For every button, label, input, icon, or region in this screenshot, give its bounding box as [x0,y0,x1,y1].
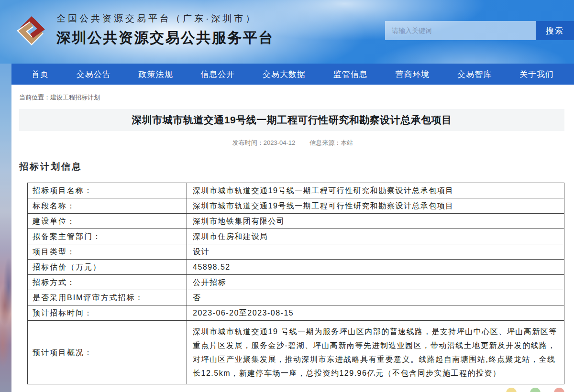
breadcrumb: 当前位置：建设工程招标计划 [11,85,574,109]
row-label: 预计项目概况： [28,321,187,384]
row-label: 招标方式： [28,275,187,290]
nav-item[interactable]: 监管信息 [333,69,368,80]
article-meta: 发布时间：2023-04-12 信息来源：本站 [11,139,574,147]
info-source: 信息来源：本站 [309,139,353,147]
table-row: 是否采用BIM评审方式招标： 否 [28,290,564,305]
row-value: 否 [187,290,564,305]
publish-time: 发布时间：2023-04-12 [232,139,296,147]
row-label: 建设单位： [28,214,187,229]
share-icon-yellow[interactable] [506,388,517,392]
breadcrumb-current[interactable]: 建设工程招标计划 [50,94,100,101]
nav-item[interactable]: 交易公告 [77,69,111,80]
nav-item[interactable]: 关于我们 [519,69,554,80]
table-row: 招标项目名称： 深圳市城市轨道交通19号线一期工程可行性研究和勘察设计总承包项目 [28,183,564,198]
tender-plan-table: 招标项目名称： 深圳市城市轨道交通19号线一期工程可行性研究和勘察设计总承包项目… [27,183,564,384]
brand-text: 全国公共资源交易平台（广东·深圳市） 深圳公共资源交易公共服务平台 [56,12,274,48]
nav-item[interactable]: 政策法规 [139,69,173,80]
row-label: 招标项目名称： [28,183,187,198]
search-bar: 搜索 [385,21,574,40]
table-row: 招标估价（万元） 45898.52 [28,260,564,275]
article-title: 深圳市城市轨道交通19号线一期工程可行性研究和勘察设计总承包项目 [24,113,560,127]
row-value: 45898.52 [187,260,564,275]
row-value: 深圳市城市轨道交通19号线一期工程可行性研究和勘察设计总承包项目 [187,198,564,214]
main-nav: 首页 交易公告 政策法规 信息公开 交易大数据 监管信息 营商环境 交易智库 关… [11,64,574,85]
page: { "header": { "super_title": "全国公共资源交易平台… [0,0,574,392]
row-label: 标段名称： [28,198,187,214]
share-icon-red[interactable] [554,388,564,392]
table-row: 预计招标时间： 2023-06-20至2023-08-15 [28,305,564,321]
section-heading: 招标计划信息 [19,161,574,173]
site-logo-icon [17,13,46,47]
row-value: 设计 [187,244,564,260]
nav-item[interactable]: 信息公开 [200,69,235,80]
row-label: 拟备案主管部门： [28,229,187,244]
site-brand: 全国公共资源交易平台（广东·深圳市） 深圳公共资源交易公共服务平台 [17,12,274,48]
row-value: 深圳市城市轨道交通19号线一期工程可行性研究和勘察设计总承包项目 [187,183,564,198]
row-label: 项目类型： [28,244,187,260]
row-label: 预计招标时间： [28,305,187,321]
row-value: 深圳市城市轨道交通19 号线一期为服务坪山区内部的普速线路，是支持坪山中心区、坪… [187,321,564,384]
table-row: 拟备案主管部门： 深圳市住房和建设局 [28,229,564,244]
article-title-bar: 深圳市城市轨道交通19号线一期工程可行性研究和勘察设计总承包项目 [19,109,564,131]
site-title: 深圳公共资源交易公共服务平台 [56,28,274,48]
share-icons [506,388,564,392]
nav-item[interactable]: 首页 [32,69,49,80]
row-label: 招标估价（万元） [28,260,187,275]
table-row: 招标方式： 公开招标 [28,275,564,290]
row-label: 是否采用BIM评审方式招标： [28,290,187,305]
table-row: 项目类型： 设计 [28,244,564,260]
site-header: 全国公共资源交易平台（广东·深圳市） 深圳公共资源交易公共服务平台 搜索 [0,0,574,64]
site-super-title: 全国公共资源交易平台（广东·深圳市） [56,12,274,25]
row-value: 深圳市地铁集团有限公司 [187,214,564,229]
share-icon-green[interactable] [530,388,541,392]
search-input[interactable] [385,21,536,40]
row-value: 深圳市住房和建设局 [187,229,564,244]
row-value: 公开招标 [187,275,564,290]
nav-item[interactable]: 营商环境 [396,69,430,80]
row-value: 2023-06-20至2023-08-15 [187,305,564,321]
nav-item[interactable]: 交易智库 [457,69,492,80]
content-panel: 当前位置：建设工程招标计划 深圳市城市轨道交通19号线一期工程可行性研究和勘察设… [11,85,574,392]
table-row: 预计项目概况： 深圳市城市轨道交通19 号线一期为服务坪山区内部的普速线路，是支… [28,321,564,384]
breadcrumb-label: 当前位置： [19,94,50,101]
table-row: 建设单位： 深圳市地铁集团有限公司 [28,214,564,229]
table-row: 标段名称： 深圳市城市轨道交通19号线一期工程可行性研究和勘察设计总承包项目 [28,198,564,214]
search-button[interactable]: 搜索 [536,21,574,40]
nav-item[interactable]: 交易大数据 [263,69,306,80]
